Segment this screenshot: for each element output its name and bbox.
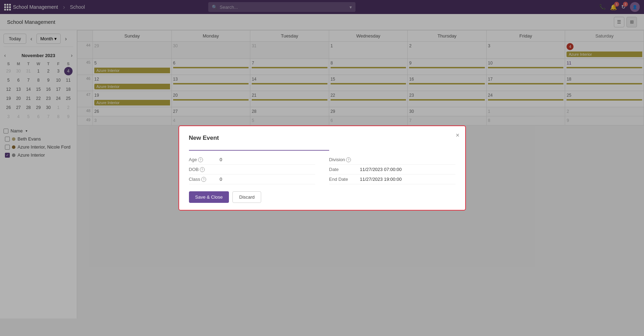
dialog-overlay: New Event × Age ? 0 DOB	[0, 0, 644, 318]
date-field-row: Date 11/27/2023 07:00:00	[329, 165, 455, 174]
dob-field-row: DOB ?	[189, 165, 315, 174]
class-label: Class ?	[189, 177, 217, 182]
class-value: 0	[220, 177, 222, 182]
age-value: 0	[220, 157, 222, 162]
age-help-icon[interactable]: ?	[198, 157, 203, 162]
division-label: Division ?	[329, 157, 357, 162]
division-help-icon[interactable]: ?	[346, 157, 351, 162]
division-field-row: Division ?	[329, 155, 455, 165]
end-date-label: End Date	[329, 177, 357, 182]
date-label: Date	[329, 167, 357, 172]
class-field-row: Class ? 0	[189, 174, 315, 184]
dialog-title: New Event	[189, 135, 219, 141]
discard-button[interactable]: Discard	[232, 191, 261, 203]
dob-label: DOB ?	[189, 167, 217, 172]
fields-right: Division ? Date 11/27/2023 07:00:00 End …	[329, 155, 455, 184]
new-event-dialog: New Event × Age ? 0 DOB	[178, 125, 466, 211]
end-date-value: 11/27/2023 19:00:00	[360, 177, 402, 182]
event-name-row	[189, 142, 455, 151]
class-help-icon[interactable]: ?	[201, 177, 206, 182]
date-value: 11/27/2023 07:00:00	[360, 167, 402, 172]
end-date-field-row: End Date 11/27/2023 19:00:00	[329, 174, 455, 184]
save-close-button[interactable]: Save & Close	[189, 191, 229, 203]
dob-help-icon[interactable]: ?	[200, 167, 205, 172]
age-label: Age ?	[189, 157, 217, 162]
dialog-actions: Save & Close Discard	[189, 191, 455, 203]
fields-left: Age ? 0 DOB ? Class ?	[189, 155, 315, 184]
dialog-close-button[interactable]: ×	[456, 132, 460, 139]
age-field-row: Age ? 0	[189, 155, 315, 165]
event-name-select[interactable]	[189, 142, 329, 151]
dialog-fields: Age ? 0 DOB ? Class ?	[189, 155, 455, 184]
